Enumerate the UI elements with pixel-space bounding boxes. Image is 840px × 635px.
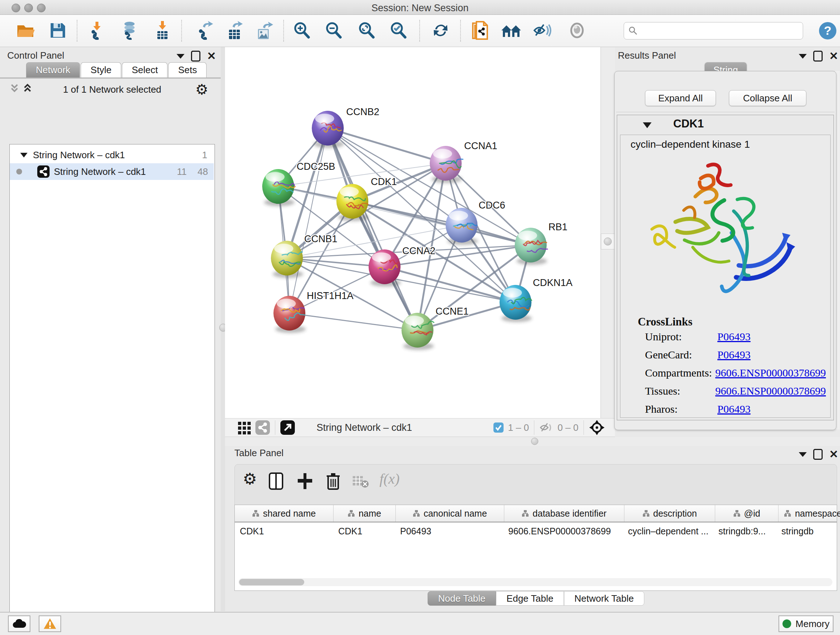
graph-node-CDC25B[interactable] xyxy=(262,169,295,206)
table-row[interactable]: CDK1CDK1P064939606.ENSP00000378699cyclin… xyxy=(235,523,837,540)
import-database-icon xyxy=(121,21,138,40)
control-tab-network[interactable]: Network xyxy=(26,62,80,78)
column-header-name[interactable]: name xyxy=(333,505,396,522)
open-in-new-icon[interactable] xyxy=(280,420,295,435)
table-settings-gear-icon[interactable]: ⚙ xyxy=(243,470,257,488)
memory-button[interactable]: Memory xyxy=(778,616,834,632)
table-tabs: Node TableEdge TableNetwork Table xyxy=(428,591,644,606)
column-header-label: shared name xyxy=(263,508,316,519)
delete-column-icon[interactable] xyxy=(326,472,340,490)
network-share-icon[interactable] xyxy=(256,420,270,435)
network-tree-root-row[interactable]: String Network – cdk1 1 xyxy=(10,147,214,163)
table-cell: stringdb:9... xyxy=(714,523,776,540)
column-header-canonicalname[interactable]: canonical name xyxy=(396,505,504,522)
column-header-description[interactable]: description xyxy=(624,505,715,522)
table-hscrollbar-thumb[interactable] xyxy=(239,579,304,585)
zoom-fit-button[interactable] xyxy=(355,19,379,42)
graph-node-CCNE1[interactable] xyxy=(401,313,434,350)
table-hscrollbar[interactable] xyxy=(238,578,832,586)
results-panel-title: Results Panel xyxy=(618,50,676,61)
clone-network-button[interactable] xyxy=(468,19,492,42)
import-network-button[interactable] xyxy=(85,19,109,42)
column-header-databaseidentifier[interactable]: database identifier xyxy=(504,505,624,522)
panel-menu-icon[interactable] xyxy=(799,54,807,59)
graph-node-CCNB1[interactable] xyxy=(271,241,303,278)
panel-float-icon[interactable] xyxy=(191,51,201,62)
horizontal-splitter-handle[interactable] xyxy=(531,438,538,445)
panel-close-icon[interactable]: ✕ xyxy=(829,52,838,60)
panel-menu-icon[interactable] xyxy=(799,452,807,457)
function-builder-icon[interactable]: f(x) xyxy=(379,470,400,487)
toolbar-separator xyxy=(419,20,420,42)
zoom-selected-button[interactable] xyxy=(387,19,411,42)
zoom-in-icon xyxy=(293,21,311,40)
table-tab-network-table[interactable]: Network Table xyxy=(564,591,644,606)
network-options-gear-icon[interactable]: ⚙ xyxy=(195,81,208,98)
column-type-icon xyxy=(252,510,259,517)
crosslink-row: Tissues:9606.ENSP00000378699 xyxy=(645,385,826,397)
graph-node-RB1[interactable] xyxy=(515,228,548,265)
zoom-in-button[interactable] xyxy=(290,19,314,42)
search-input[interactable] xyxy=(640,24,801,37)
network-canvas[interactable]: CCNB2CCNA1CDC25BCDK1CDC6RB1CCNB1CCNA2CDK… xyxy=(225,47,601,418)
home-networks-button[interactable] xyxy=(499,19,523,42)
fit-crosshair-icon[interactable] xyxy=(589,420,605,435)
control-tab-select[interactable]: Select xyxy=(122,62,167,78)
network-tree-child-row[interactable]: String Network – cdk1 11 48 xyxy=(10,163,214,180)
expand-all-icon[interactable] xyxy=(23,83,38,95)
show-graphics-button[interactable] xyxy=(565,19,589,42)
crosslink-link[interactable]: P06493 xyxy=(717,331,751,343)
crosslink-link[interactable]: P06493 xyxy=(717,348,751,361)
help-button[interactable]: ? xyxy=(818,21,837,42)
right-splitter[interactable] xyxy=(601,47,616,418)
column-header-sharedname[interactable]: shared name xyxy=(235,505,333,522)
crosslink-link[interactable]: P06493 xyxy=(717,403,751,415)
import-table-button[interactable] xyxy=(150,19,174,42)
graph-node-CCNA2[interactable] xyxy=(369,249,401,287)
zoom-out-button[interactable] xyxy=(322,19,346,42)
right-splitter-handle[interactable] xyxy=(601,233,615,249)
tree-expander-icon[interactable] xyxy=(20,152,28,158)
graph-node-CDKN1A[interactable] xyxy=(500,285,532,322)
panel-float-icon[interactable] xyxy=(813,51,823,62)
graph-node-CDC6[interactable] xyxy=(446,208,478,245)
control-tab-sets[interactable]: Sets xyxy=(168,62,207,78)
crosslink-link[interactable]: 9606.ENSP00000378699 xyxy=(715,367,826,379)
hide-labels-button[interactable] xyxy=(531,19,554,42)
graph-node-HIST1H1A[interactable] xyxy=(273,296,306,333)
export-image-button[interactable] xyxy=(253,19,276,42)
control-tab-style[interactable]: Style xyxy=(81,62,121,78)
panel-float-icon[interactable] xyxy=(813,449,823,460)
warnings-button[interactable] xyxy=(39,616,61,632)
panel-close-icon[interactable]: ✕ xyxy=(207,52,216,60)
panel-menu-icon[interactable] xyxy=(177,54,185,59)
save-session-button[interactable] xyxy=(46,19,70,42)
collapse-all-button[interactable]: Collapse All xyxy=(729,90,806,106)
entry-collapse-icon[interactable] xyxy=(643,122,652,129)
show-columns-icon[interactable] xyxy=(269,472,283,490)
add-column-icon[interactable] xyxy=(297,472,313,490)
collapse-all-icon[interactable] xyxy=(10,83,25,95)
expand-all-button[interactable]: Expand All xyxy=(645,90,716,106)
graph-node-CCNB2[interactable] xyxy=(312,111,344,148)
refresh-button[interactable] xyxy=(429,19,453,42)
export-table-button[interactable] xyxy=(223,19,247,42)
table-tab-edge-table[interactable]: Edge Table xyxy=(496,591,564,606)
column-header-id[interactable]: @id xyxy=(715,505,778,522)
cloud-status-button[interactable] xyxy=(8,616,30,632)
result-entry-cdk1: CDK1 cyclin–dependent kinase 1 xyxy=(617,115,834,420)
delete-table-icon[interactable] xyxy=(352,475,369,488)
birdseye-grid-icon[interactable] xyxy=(237,420,252,435)
export-network-button[interactable] xyxy=(193,19,217,42)
graph-node-CCNA1[interactable] xyxy=(430,146,463,183)
selected-checkbox-icon[interactable] xyxy=(493,423,504,432)
open-session-button[interactable] xyxy=(14,19,38,42)
column-header-namespace[interactable]: namespace xyxy=(778,505,840,522)
import-database-button[interactable] xyxy=(118,19,141,42)
panel-close-icon[interactable]: ✕ xyxy=(829,450,838,459)
graph-node-CDK1[interactable] xyxy=(336,184,369,221)
tree-child-node-count: 11 xyxy=(177,166,187,177)
warning-icon xyxy=(43,618,57,630)
crosslink-link[interactable]: 9606.ENSP00000378699 xyxy=(715,385,826,397)
table-tab-node-table[interactable]: Node Table xyxy=(428,591,496,606)
